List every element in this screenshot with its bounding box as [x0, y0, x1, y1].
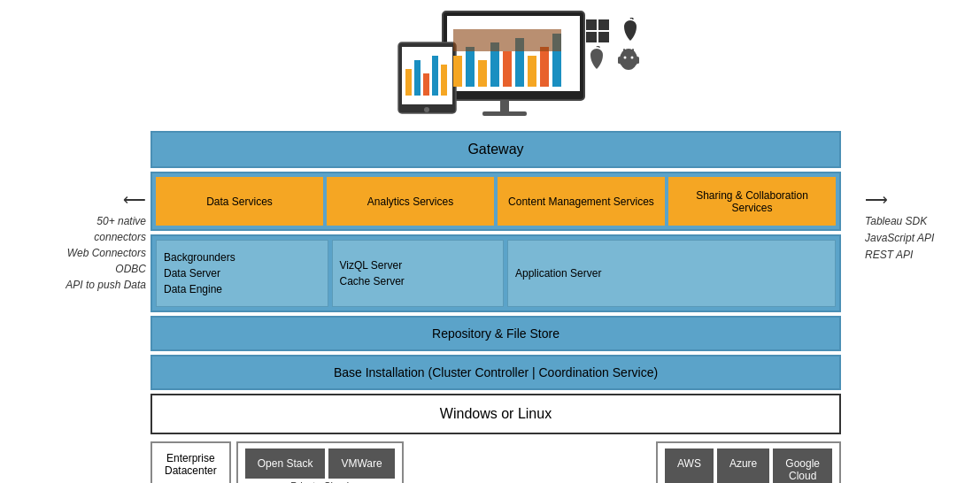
ios-icon — [584, 46, 609, 73]
svg-point-6 — [424, 107, 429, 112]
svg-rect-7 — [453, 56, 462, 87]
svg-rect-11 — [503, 51, 512, 87]
windows-icon — [584, 18, 611, 44]
right-labels: ⟶ Tableau SDK JavaScript API REST API — [865, 190, 971, 264]
servers-row: BackgroundersData ServerData Engine VizQ… — [150, 234, 841, 312]
svg-rect-13 — [528, 56, 536, 87]
apple-icon — [618, 18, 643, 44]
os-row: Windows or Linux — [150, 394, 841, 434]
vizql-box: VizQL ServerCache Server — [332, 240, 505, 307]
enterprise-datacenter-label: EnterpriseDatacenter — [165, 452, 217, 477]
svg-rect-27 — [620, 55, 637, 65]
android-icon — [616, 46, 641, 73]
svg-rect-24 — [586, 32, 597, 42]
svg-rect-2 — [500, 100, 509, 113]
svg-rect-3 — [482, 111, 527, 116]
left-arrow-icon: ⟵ — [9, 190, 146, 210]
right-arrow-icon: ⟶ — [865, 190, 971, 210]
repository-label: Repository & File Store — [432, 326, 559, 341]
svg-point-30 — [624, 57, 627, 59]
svg-rect-14 — [540, 47, 549, 87]
services-row: Data Services Analytics Services Content… — [150, 172, 841, 231]
svg-rect-22 — [586, 19, 597, 30]
svg-rect-25 — [598, 32, 609, 42]
svg-rect-8 — [466, 47, 475, 87]
public-cloud-group: AWS Azure GoogleCloud Public Cloud — [656, 441, 841, 483]
diagram-container: ⟵ 50+ native connectors Web Connectors O… — [0, 0, 980, 483]
repository-row: Repository & File Store — [150, 316, 841, 351]
google-cloud-btn: GoogleCloud — [773, 448, 832, 483]
svg-point-31 — [631, 57, 634, 59]
left-label-text: 50+ native connectors Web Connectors ODB… — [9, 213, 146, 293]
application-server-box: Application Server — [507, 240, 836, 307]
enterprise-datacenter-box: EnterpriseDatacenter — [150, 441, 231, 483]
os-label: Windows or Linux — [440, 406, 552, 421]
svg-rect-20 — [432, 56, 438, 96]
right-label-text: Tableau SDK JavaScript API REST API — [865, 213, 971, 264]
base-installation-label: Base Installation (Cluster Controller | … — [334, 365, 658, 380]
sharing-collaboration-box: Sharing & Collaboration Services — [668, 177, 836, 226]
os-icons-area — [584, 18, 643, 73]
content-management-box: Content Management Services — [498, 177, 665, 226]
openstack-btn: Open Stack — [245, 448, 326, 479]
gateway-row: Gateway — [150, 131, 841, 168]
svg-rect-23 — [598, 19, 609, 30]
svg-rect-28 — [623, 49, 625, 54]
svg-rect-29 — [632, 49, 634, 54]
azure-btn: Azure — [717, 448, 769, 483]
gateway-label: Gateway — [467, 142, 523, 157]
svg-rect-17 — [405, 69, 412, 96]
svg-rect-9 — [478, 60, 487, 87]
architecture-box: Gateway Data Services Analytics Services… — [150, 131, 841, 483]
left-labels: ⟵ 50+ native connectors Web Connectors O… — [9, 190, 146, 293]
backgrounders-box: BackgroundersData ServerData Engine — [156, 240, 328, 307]
analytics-services-box: Analytics Services — [327, 177, 494, 226]
base-installation-row: Base Installation (Cluster Controller | … — [150, 355, 841, 390]
svg-rect-32 — [618, 57, 621, 64]
data-services-box: Data Services — [156, 177, 323, 226]
infrastructure-row: EnterpriseDatacenter Open Stack VMWare P… — [150, 441, 841, 483]
vmware-btn: VMWare — [328, 448, 394, 479]
svg-rect-19 — [423, 73, 429, 96]
aws-btn: AWS — [665, 448, 714, 483]
svg-rect-33 — [637, 57, 639, 64]
svg-rect-18 — [414, 60, 421, 96]
svg-rect-16 — [453, 29, 561, 51]
svg-rect-21 — [441, 65, 447, 96]
private-cloud-group: Open Stack VMWare Private Cloud — [236, 441, 404, 483]
